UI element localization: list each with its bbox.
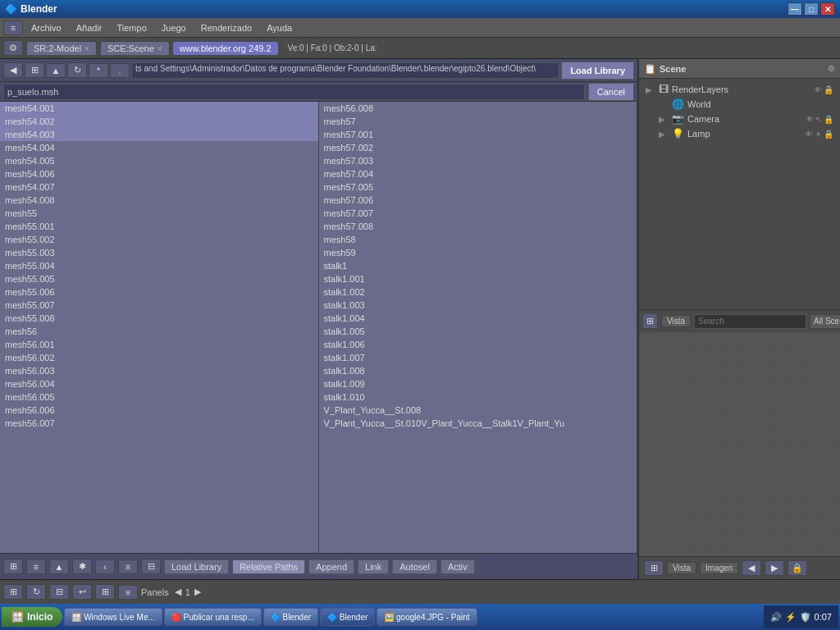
fb-list-item[interactable]: stalk1.008 xyxy=(319,364,637,377)
scene-dropdown[interactable]: All Scenes xyxy=(810,314,840,329)
menu-renderizado[interactable]: Renderizado xyxy=(194,21,258,34)
fb-list-item[interactable]: mesh54.002 xyxy=(0,115,318,128)
fb-nav-prev[interactable]: ‹ xyxy=(95,559,115,574)
tab-scene-close[interactable]: × xyxy=(158,44,162,53)
tab-scene[interactable]: SCE:Scene × xyxy=(100,41,170,55)
taskbar-blender1[interactable]: 🔷 Blender xyxy=(263,608,318,626)
fb-list-item[interactable]: stalk1.002 xyxy=(319,285,637,299)
fb-list-item[interactable]: mesh57 xyxy=(319,115,637,128)
fb-list-item[interactable]: mesh57.006 xyxy=(319,194,637,207)
activ-button[interactable]: Activ xyxy=(441,559,475,574)
fb-list-item[interactable]: mesh55.001 xyxy=(0,220,318,233)
outliner-renderlayers[interactable]: ▶ 🎞 RenderLayers 👁 🔒 xyxy=(642,82,837,97)
vp-nav-btn[interactable]: ◀ xyxy=(742,560,761,576)
fb-list-item[interactable]: mesh56.003 xyxy=(0,364,318,377)
lamp-sun-btn[interactable]: ☀ xyxy=(815,130,822,139)
fb-list-item[interactable]: mesh55.002 xyxy=(0,233,318,246)
vp-lock-btn[interactable]: 🔒 xyxy=(788,560,807,576)
fb-sort-icon[interactable]: ≡ xyxy=(26,559,46,574)
status-list-btn[interactable]: ≡ xyxy=(118,585,138,600)
append-button[interactable]: Append xyxy=(308,559,354,574)
fb-hidden-btn[interactable]: . xyxy=(110,63,130,78)
lamp-expand[interactable]: ▶ xyxy=(659,130,669,139)
link-button[interactable]: Link xyxy=(358,559,389,574)
vp-vista-btn[interactable]: Vista xyxy=(667,562,696,574)
menu-ayuda[interactable]: Ayuda xyxy=(260,21,299,34)
fb-list-item[interactable]: mesh56.005 xyxy=(0,390,318,404)
fb-list-item[interactable]: mesh56 xyxy=(0,325,318,338)
outliner-search-input[interactable] xyxy=(694,314,806,329)
fb-list-item[interactable]: stalk1.010 xyxy=(319,390,637,404)
menu-juego[interactable]: Juego xyxy=(155,21,193,34)
load-library-bottom-button[interactable]: Load Library xyxy=(164,559,229,574)
status-grid-btn[interactable]: ⊞ xyxy=(95,584,115,600)
fb-list-item[interactable]: mesh57.004 xyxy=(319,167,637,180)
menu-archivo[interactable]: Archivo xyxy=(25,21,68,34)
fb-list-item[interactable]: mesh54.006 xyxy=(0,167,318,180)
outliner-lamp[interactable]: ▶ 💡 Lamp 👁 ☀ 🔒 xyxy=(655,126,837,141)
outliner-world[interactable]: 🌐 World xyxy=(655,97,837,112)
fb-type-icon[interactable]: ✱ xyxy=(72,559,92,574)
relative-paths-button[interactable]: Relative Paths xyxy=(232,559,305,574)
fb-list-item[interactable]: mesh56.001 xyxy=(0,338,318,351)
taskbar-publicar[interactable]: 🔴 Publicar una resp... xyxy=(164,608,262,626)
fb-list-item[interactable]: mesh54.007 xyxy=(0,180,318,194)
fb-list-item[interactable]: mesh54.001 xyxy=(0,102,318,115)
fb-list-item[interactable]: mesh58 xyxy=(319,233,637,246)
taskbar-paint[interactable]: 🖼️ google4.JPG - Paint xyxy=(377,608,477,626)
scene-settings-btn[interactable]: ⚙ xyxy=(828,64,835,73)
lamp-lock-btn[interactable]: 🔒 xyxy=(824,130,833,139)
fb-list-item[interactable]: mesh54.005 xyxy=(0,154,318,167)
fb-list-item[interactable]: mesh57.003 xyxy=(319,154,637,167)
page-prev-btn[interactable]: ◀ xyxy=(172,587,184,597)
menu-anadir[interactable]: Añadir xyxy=(70,21,109,34)
vp-imagen-btn[interactable]: Imagen xyxy=(700,562,738,574)
fb-list-item[interactable]: mesh55.005 xyxy=(0,272,318,285)
fb-list-item[interactable]: mesh56.008 xyxy=(319,102,637,115)
fb-refresh-btn[interactable]: ↻ xyxy=(67,62,87,78)
fb-filter-btn[interactable]: * xyxy=(89,63,108,78)
minimize-button[interactable]: — xyxy=(788,2,802,16)
menu-icon-btn[interactable]: ≡ xyxy=(3,21,23,35)
taskbar-blender2[interactable]: 🔷 Blender xyxy=(320,608,375,626)
fb-filter-icon[interactable]: ▲ xyxy=(49,559,69,574)
camera-expand[interactable]: ▶ xyxy=(659,115,669,124)
fb-list-item[interactable]: mesh57.002 xyxy=(319,141,637,154)
outliner-tool-icon[interactable]: ⊞ xyxy=(642,313,658,329)
fb-list-item[interactable]: stalk1.004 xyxy=(319,312,637,325)
taskbar-winlive[interactable]: 🪟 Windows Live Me... xyxy=(64,608,162,626)
fb-view-list[interactable]: ≡ xyxy=(118,559,138,574)
vp-nav2-btn[interactable]: ▶ xyxy=(765,560,784,576)
camera-lock-btn[interactable]: 🔒 xyxy=(824,115,833,124)
tab-model[interactable]: SR:2-Model × xyxy=(26,41,97,55)
cancel-button[interactable]: Cancel xyxy=(588,83,634,101)
status-nav-btn[interactable]: ↩ xyxy=(72,584,92,600)
fb-list-item[interactable]: stalk1.001 xyxy=(319,272,637,285)
fb-view-thumb[interactable]: ⊟ xyxy=(141,559,161,574)
fb-list-item[interactable]: mesh57.001 xyxy=(319,128,637,141)
close-button[interactable]: ✕ xyxy=(820,2,835,16)
fb-prev-btn[interactable]: ◀ xyxy=(3,62,23,78)
fb-list-item[interactable]: mesh59 xyxy=(319,246,637,259)
fb-list[interactable]: mesh54.001mesh54.002mesh54.003mesh54.004… xyxy=(0,102,637,553)
fb-list-item[interactable]: stalk1.007 xyxy=(319,351,637,364)
fb-list-item[interactable]: mesh57.005 xyxy=(319,180,637,194)
renderlayers-lock-btn[interactable]: 🔒 xyxy=(824,85,833,94)
renderlayers-expand[interactable]: ▶ xyxy=(646,85,655,94)
fb-view-icon[interactable]: ⊞ xyxy=(3,559,23,574)
fb-home-btn[interactable]: ⊞ xyxy=(25,62,44,78)
renderlayers-vis-btn[interactable]: 👁 xyxy=(814,85,822,94)
fb-list-item[interactable]: V_Plant_Yucca__St.008 xyxy=(319,404,637,417)
fb-list-item[interactable]: mesh54.008 xyxy=(0,194,318,207)
status-refresh-btn[interactable]: ↻ xyxy=(26,584,46,600)
tab-model-close[interactable]: × xyxy=(84,44,89,53)
status-view-btn[interactable]: ⊟ xyxy=(49,584,69,600)
start-button[interactable]: 🪟 Inicio xyxy=(2,607,62,627)
fb-list-item[interactable]: mesh57.008 xyxy=(319,220,637,233)
fb-list-item[interactable]: mesh56.004 xyxy=(0,377,318,390)
fb-filename-input[interactable] xyxy=(3,84,585,100)
fb-list-item[interactable]: mesh57.007 xyxy=(319,207,637,220)
fb-list-item[interactable]: mesh55 xyxy=(0,207,318,220)
status-icon-btn[interactable]: ⊞ xyxy=(3,584,23,600)
camera-cursor-btn[interactable]: ↖ xyxy=(815,115,822,124)
